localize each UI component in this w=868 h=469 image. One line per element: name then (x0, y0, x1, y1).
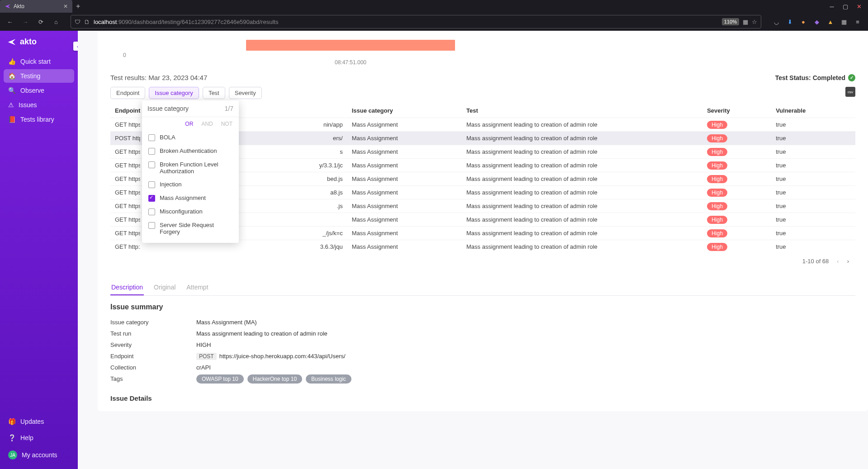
summary-key: Severity (110, 341, 196, 348)
page-range: 1-10 of 68 (802, 258, 829, 265)
back-button[interactable]: ← (4, 15, 16, 28)
cell-vulnerable: true (771, 227, 855, 240)
detail-tab-attempt[interactable]: Attempt (185, 280, 209, 295)
results-header: Test results: Mar 23, 2023 04:47 Test St… (110, 74, 855, 81)
col-issue[interactable]: Issue category (347, 104, 462, 118)
logic-and[interactable]: AND (201, 121, 213, 127)
tab-title: Akto (14, 3, 24, 9)
severity-pill: High (707, 216, 727, 224)
checkbox-icon[interactable] (148, 181, 155, 188)
cell-vulnerable: true (771, 240, 855, 254)
detail-tab-original[interactable]: Original (153, 280, 176, 295)
browser-tab[interactable]: Akto ✕ (0, 0, 72, 13)
checkbox-icon[interactable] (148, 222, 155, 229)
url-bar-row: ← → ⟳ ⌂ 🛡 🗋 localhost:9090/dashboard/tes… (0, 13, 868, 31)
issue-details-heading: Issue Details (110, 394, 855, 402)
ext-grid-icon[interactable]: ▦ (840, 18, 848, 26)
reload-button[interactable]: ⟳ (34, 15, 47, 28)
new-tab-button[interactable]: + (76, 2, 80, 10)
sidebar-item-tests-library[interactable]: 📕Tests library (4, 113, 74, 126)
severity-pill: High (707, 229, 727, 237)
sidebar-item-issues[interactable]: ⚠Issues (4, 98, 74, 112)
cell-issue: Mass Assignment (347, 199, 462, 213)
x-axis-tick: 08:47:51.000 (246, 59, 455, 66)
dropdown-option-injection[interactable]: Injection (142, 178, 239, 191)
sidebar-item-updates[interactable]: 🎁Updates (4, 415, 74, 428)
cell-issue: Mass Assignment (347, 172, 462, 186)
sidebar-item-help[interactable]: ❔Help (4, 431, 74, 445)
close-window-icon[interactable]: ✕ (854, 3, 863, 10)
detail-tab-description[interactable]: Description (110, 280, 144, 295)
cell-severity: High (702, 240, 771, 254)
status-label: Test Status: Completed (775, 74, 845, 81)
prev-page-button[interactable]: ‹ (837, 258, 839, 265)
ext-icon-2[interactable]: ◆ (813, 18, 821, 26)
dropdown-option-broken-function-level-authorization[interactable]: Broken Function Level Authorization (142, 158, 239, 178)
forward-button[interactable]: → (19, 15, 32, 28)
tag-pill[interactable]: Business logic (306, 374, 351, 384)
dropdown-option-broken-authentication[interactable]: Broken Authentication (142, 144, 239, 158)
brand-logo[interactable]: akto (0, 37, 78, 55)
sidebar-item-testing[interactable]: 🏠Testing (4, 69, 74, 83)
menu-icon[interactable]: ≡ (854, 18, 862, 26)
dropdown-option-server-side-request-forgery[interactable]: Server Side Request Forgery (142, 218, 239, 238)
severity-pill: High (707, 175, 727, 183)
option-label: Injection (160, 181, 181, 188)
sidebar-item-observe[interactable]: 🔍Observe (4, 84, 74, 97)
home-button[interactable]: ⌂ (50, 15, 62, 28)
tab-close-icon[interactable]: ✕ (63, 3, 68, 9)
option-label: Server Side Request Forgery (160, 222, 232, 235)
help-icon: ❔ (8, 434, 16, 441)
logic-not[interactable]: NOT (221, 121, 232, 127)
zoom-badge[interactable]: 110% (722, 18, 739, 25)
dropdown-title: Issue category (147, 105, 189, 112)
next-page-button[interactable]: › (847, 258, 849, 265)
checkbox-icon[interactable] (148, 208, 155, 215)
dropdown-option-bola[interactable]: BOLA (142, 131, 239, 144)
y-axis-tick: 0 (123, 52, 855, 58)
col-vulnerable[interactable]: Vulnerable (771, 104, 855, 118)
ext-icon-1[interactable]: ● (799, 18, 807, 26)
summary-key: Test run (110, 330, 196, 337)
cell-severity: High (702, 118, 771, 132)
checkbox-icon[interactable] (148, 161, 155, 168)
nav-label: My accounts (22, 451, 57, 459)
checkbox-icon[interactable] (148, 195, 155, 202)
filter-severity[interactable]: Severity (229, 87, 262, 99)
col-severity[interactable]: Severity (702, 104, 771, 118)
tag-pill[interactable]: OWASP top 10 (196, 374, 244, 384)
url-input[interactable]: 🛡 🗋 localhost:9090/dashboard/testing/641… (71, 15, 761, 28)
paper-plane-icon (7, 38, 16, 47)
bookmark-star-icon[interactable]: ☆ (752, 19, 757, 25)
tag-pill[interactable]: HackerOne top 10 (247, 374, 302, 384)
dropdown-option-misconfiguration[interactable]: Misconfiguration (142, 205, 239, 218)
cell-test: Mass assignment leading to creation of a… (462, 145, 702, 159)
cell-issue: Mass Assignment (347, 132, 462, 145)
col-test[interactable]: Test (462, 104, 702, 118)
cell-severity: High (702, 132, 771, 145)
filter-issue-category[interactable]: Issue category (149, 87, 199, 99)
qr-icon[interactable]: ▦ (743, 19, 748, 25)
maximize-icon[interactable]: ▢ (841, 3, 850, 10)
cell-vulnerable: true (771, 213, 855, 227)
issue-summary: Issue summary Issue categoryMass Assignm… (110, 296, 855, 402)
cell-vulnerable: true (771, 118, 855, 132)
minimize-icon[interactable]: ─ (827, 3, 836, 10)
export-csv-button[interactable]: csv (845, 87, 855, 97)
filter-endpoint[interactable]: Endpoint (110, 87, 145, 99)
logic-or[interactable]: OR (185, 121, 193, 127)
ext-icon-3[interactable]: ▲ (826, 18, 835, 26)
summary-value: crAPI (196, 364, 211, 371)
tab-strip: Akto ✕ + (0, 0, 80, 13)
checkbox-icon[interactable] (148, 148, 155, 155)
dropdown-option-mass-assignment[interactable]: Mass Assignment (142, 191, 239, 205)
issue-category-dropdown: Issue category 1/7 ORANDNOT BOLABroken A… (142, 100, 239, 243)
downloads-icon[interactable]: ⬇ (786, 18, 794, 26)
sidebar-item-my-accounts[interactable]: JAMy accounts (4, 447, 74, 463)
summary-value: HIGH (196, 341, 211, 348)
checkbox-icon[interactable] (148, 134, 155, 141)
dropdown-options: BOLABroken AuthenticationBroken Function… (142, 129, 239, 243)
filter-test[interactable]: Test (203, 87, 225, 99)
pocket-icon[interactable]: ◡ (772, 18, 780, 26)
sidebar-item-quick-start[interactable]: 👍Quick start (4, 55, 74, 68)
